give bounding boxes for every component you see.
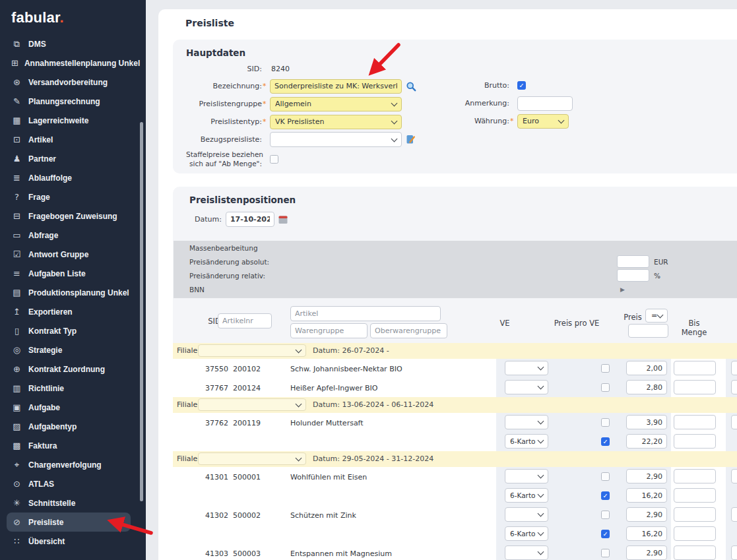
preis-input[interactable] [626,526,667,541]
sidebar-item-aufgaben-liste[interactable]: ≡ Aufgaben Liste [7,264,131,283]
sidebar-item-annahmestellenplanung-unkel[interactable]: ⊞ Annahmestellenplanung Unkel [7,53,131,73]
sidebar-item-atlas[interactable]: ⊙ ATLAS [7,474,131,493]
ve-select[interactable] [505,415,548,429]
bis-menge-input[interactable] [674,526,716,541]
ve-select[interactable] [505,545,548,560]
sidebar-item-abfrage[interactable]: ▭ Abfrage [7,226,131,245]
truncated-col-input[interactable] [731,361,737,375]
bis-menge-input[interactable] [674,545,716,560]
price-pro-ve-checkbox[interactable] [601,491,610,500]
bezugspreisliste-select[interactable] [270,132,402,147]
warengruppe-filter-input[interactable] [290,323,368,338]
bis-menge-input[interactable] [674,488,716,503]
datum-input[interactable] [226,212,274,227]
bis-menge-input[interactable] [674,380,716,394]
sidebar-item-artikel[interactable]: ⊡ Artikel [7,130,131,149]
ve-select[interactable] [505,361,548,375]
bis-menge-input[interactable] [674,415,716,429]
sidebar-item-kontrakt-typ[interactable]: ▯ Kontrakt Typ [7,321,131,340]
sidebar-item-ablauffolge[interactable]: ≣ Ablauffolge [7,168,131,187]
price-pro-ve-checkbox[interactable] [601,472,610,481]
sidebar-item-antwort-gruppe[interactable]: ☑ Antwort Gruppe [7,245,131,264]
bnn-expand-icon[interactable]: ▶ [620,286,625,293]
waehrung-select[interactable]: Euro [517,114,569,129]
artikel-filter-input[interactable] [290,306,441,321]
group-datum-range: Datum: 29-05-2024 - 31-12-2024 [313,454,433,463]
sidebar-item-strategie[interactable]: ◎ Strategie [7,340,131,359]
preis-filter-input[interactable] [628,324,668,338]
sidebar-item-partner[interactable]: ♟ Partner [7,149,131,168]
preis-input[interactable] [626,415,667,429]
invoice-icon: ▩ [11,441,22,450]
truncated-col-input[interactable] [731,380,737,394]
filiale-select[interactable] [198,344,306,357]
bis-menge-input[interactable] [674,507,716,522]
sidebar-item-kontrakt-zuordnung[interactable]: ⊕ Kontrakt Zuordnung [7,359,131,379]
anmerkung-input[interactable] [517,96,573,111]
truncated-col-input[interactable] [731,545,737,560]
calendar-icon[interactable] [278,215,288,224]
sidebar-item-preisliste[interactable]: ⊘ Preisliste [7,513,131,532]
sidebar-item-dms[interactable]: ⧉ DMS [7,34,131,53]
filiale-select[interactable] [198,398,306,411]
price-pro-ve-checkbox[interactable] [601,418,610,427]
preisaenderung-absolut-input[interactable] [617,255,649,268]
bezeichnung-input[interactable] [270,79,402,94]
truncated-col-input[interactable] [731,469,737,483]
sidebar-item-produktionsplanung-unkel[interactable]: ▤ Produktionsplanung Unkel [7,283,131,302]
sidebar-item-label: Abfrage [28,231,58,240]
preis-input[interactable] [626,434,667,449]
preis-input[interactable] [626,469,667,483]
sidebar-item-aufgabentyp[interactable]: ▨ Aufgabentyp [7,417,131,436]
brutto-checkbox[interactable] [517,81,526,90]
preislistengruppe-select[interactable]: Allgemein [270,97,402,111]
price-pro-ve-checkbox[interactable] [601,511,610,519]
sidebar-item-richtlinie[interactable]: ▥ Richtlinie [7,379,131,398]
price-pro-ve-checkbox[interactable] [601,530,610,538]
sidebar-item-exportieren[interactable]: ↥ Exportieren [7,302,131,321]
ve-select[interactable] [505,507,548,522]
price-row: 6-Karton [173,486,737,505]
sidebar-scrollbar-thumb[interactable] [140,122,143,501]
bis-menge-input[interactable] [674,434,716,449]
search-icon[interactable] [406,81,416,92]
ve-select[interactable]: 6-Karton [505,488,548,503]
price-pro-ve-checkbox[interactable] [601,437,610,446]
sidebar-item-versandvorbereitung[interactable]: ⊛ Versandvorbereitung [7,73,131,92]
preisaenderung-relativ-input[interactable] [617,269,649,282]
preis-operator-select[interactable]: = [645,309,668,323]
preislistentyp-select[interactable]: VK Preislisten [270,115,402,129]
document-stack-icon: ⧉ [11,40,22,48]
sidebar-item-frage[interactable]: ? Frage [7,187,131,206]
bis-menge-input[interactable] [674,361,716,375]
bis-menge-input[interactable] [674,469,716,483]
ve-select[interactable]: 6-Karton [505,526,548,541]
price-pro-ve-checkbox[interactable] [601,364,610,373]
sidebar-item-faktura[interactable]: ▩ Faktura [7,436,131,455]
price-pro-ve-checkbox[interactable] [601,383,610,392]
sidebar-item-fragebogen-zuweisung[interactable]: ⊟ Fragebogen Zuweisung [7,206,131,226]
artikelnr-filter-input[interactable] [218,313,272,328]
sidebar-item-planungsrechnung[interactable]: ✎ Planungsrechnung [7,92,131,111]
sidebar-item-lagerreichweite[interactable]: ▦ Lagerreichweite [7,111,131,130]
ve-select[interactable]: 6-Karton [505,434,548,449]
sidebar-item-aufgabe[interactable]: ▣ Aufgabe [7,398,131,417]
preis-input[interactable] [626,545,667,560]
preis-input[interactable] [626,507,667,522]
preis-input[interactable] [626,488,667,503]
oberwarengruppe-filter-input[interactable] [370,323,447,338]
sidebar-item-übersicht[interactable]: ∷ Übersicht [7,532,131,551]
ve-select[interactable] [505,380,548,394]
truncated-col-input[interactable] [731,415,737,429]
preis-input[interactable] [626,361,667,375]
price-pro-ve-checkbox[interactable] [601,549,610,557]
staffelpreise-checkbox[interactable] [270,155,278,164]
ve-select[interactable] [505,469,548,483]
edit-document-icon[interactable] [406,135,416,144]
truncated-col-input[interactable] [731,507,737,522]
sidebar-item-schnittstelle[interactable]: ✳ Schnittstelle [7,493,131,513]
preisaenderung-relativ-label: Preisänderung relativ: [189,272,265,280]
preis-input[interactable] [626,380,667,394]
sidebar-item-chargenverfolgung[interactable]: ⌖ Chargenverfolgung [7,455,131,474]
filiale-select[interactable] [198,452,306,465]
